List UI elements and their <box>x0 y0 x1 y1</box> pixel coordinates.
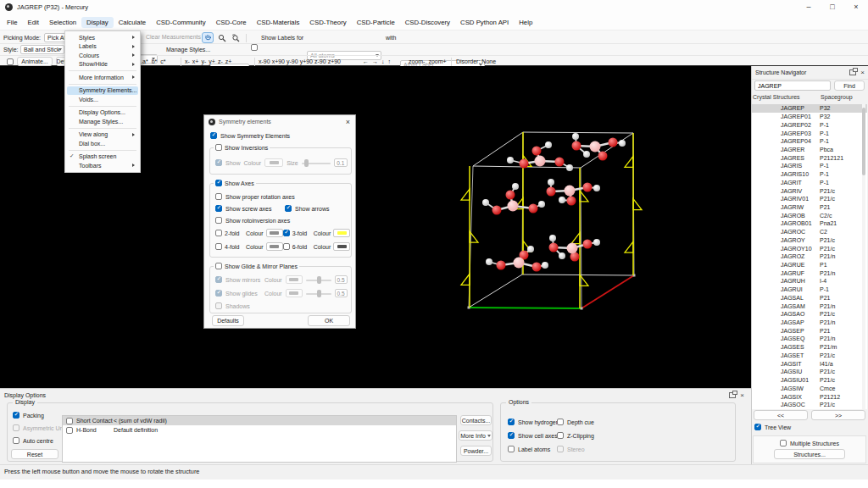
z-clipping-checkbox[interactable] <box>557 432 564 439</box>
animate-checkbox[interactable] <box>7 58 14 65</box>
translate-button-z[interactable]: z- <box>218 58 223 64</box>
menu-item-dial-box[interactable]: Dial box... <box>67 139 138 148</box>
structure-list[interactable]: JAGREPP32JAGREP01P32JAGREP02P-1JAGREP03P… <box>752 104 867 409</box>
structure-row-jagrep04[interactable]: JAGREP04P-1 <box>752 137 867 146</box>
short-contact-checkbox[interactable] <box>66 418 73 424</box>
maximize-button[interactable]: □ <box>821 0 844 14</box>
rotate-button-y-90[interactable]: y+90 <box>300 58 313 64</box>
structure-row-jagsep[interactable]: JAGSEPP21 <box>752 326 867 335</box>
close-button[interactable]: × <box>844 0 868 14</box>
axis-button-b[interactable]: b* <box>152 58 158 64</box>
rotate-button-x-90[interactable]: x+90 <box>272 58 285 64</box>
defaults-button[interactable]: Defaults <box>212 315 244 326</box>
menubar-item-csd-theory[interactable]: CSD-Theory <box>304 17 351 28</box>
structure-row-jagroc[interactable]: JAGROCC2 <box>752 228 867 236</box>
axis-button-c[interactable]: c* <box>160 58 165 64</box>
structure-row-jagrit[interactable]: JAGRITP-1 <box>752 178 867 186</box>
menubar-item-csd-community[interactable]: CSD-Community <box>151 17 210 28</box>
zoom-rotate-icon[interactable] <box>230 32 242 43</box>
rotoinversion-checkbox[interactable] <box>215 217 222 224</box>
manage-styles-button[interactable]: Manage Styles... <box>166 47 210 53</box>
float-panel-icon[interactable] <box>729 392 736 398</box>
contacts-button[interactable]: Contacts... <box>460 415 492 425</box>
menu-item-view-along[interactable]: View along <box>67 130 138 140</box>
6-fold-colour-swatch[interactable] <box>333 242 350 251</box>
structure-row-jagsiw[interactable]: JAGSIWCmce <box>752 384 867 392</box>
more-info-button[interactable]: More Info <box>459 430 492 441</box>
4-fold-checkbox[interactable] <box>215 243 222 250</box>
structure-row-jagruf[interactable]: JAGRUFP21/n <box>752 269 867 277</box>
structure-row-jagriv[interactable]: JAGRIVP21/c <box>752 186 867 195</box>
structure-row-jagrue[interactable]: JAGRUEP1 <box>752 261 867 269</box>
menubar-item-display[interactable]: Display <box>81 17 114 28</box>
rotate-button-y-90[interactable]: y-90 <box>287 58 298 64</box>
menubar-item-selection[interactable]: Selection <box>44 17 81 28</box>
zoom-select-icon[interactable] <box>216 32 228 43</box>
close-panel-icon[interactable]: × <box>740 391 744 399</box>
menu-item-symmetry-elements[interactable]: Symmetry Elements... <box>67 86 138 96</box>
menubar-item-csd-core[interactable]: CSD-Core <box>211 17 252 28</box>
pan-hand-icon[interactable] <box>202 32 214 43</box>
menubar-item-help[interactable]: Help <box>514 17 537 28</box>
structure-row-jagrep03[interactable]: JAGREP03P-1 <box>752 129 867 137</box>
structure-row-jagruh[interactable]: JAGRUHI-4 <box>752 277 867 286</box>
menubar-item-csd-particle[interactable]: CSD-Particle <box>352 17 400 28</box>
axis-button-a[interactable]: a* <box>142 58 148 64</box>
menu-item-show-hide[interactable]: Show/Hide <box>67 60 138 69</box>
translate-button-y[interactable]: y+ <box>209 58 215 64</box>
animate-button[interactable]: Animate... <box>17 57 53 66</box>
menubar-item-csd-discovery[interactable]: CSD-Discovery <box>400 17 455 28</box>
previous-page-button[interactable]: << <box>754 410 808 420</box>
menubar-item-file[interactable]: File <box>2 17 23 28</box>
menu-item-labels[interactable]: Labels <box>67 42 138 52</box>
structure-row-jagses[interactable]: JAGSESP21/m <box>752 343 867 352</box>
structure-row-jagsit[interactable]: JAGSITI41/a <box>752 359 867 368</box>
3-fold-colour-swatch[interactable] <box>333 229 350 237</box>
packing-checkbox[interactable] <box>13 412 19 419</box>
structure-row-jagrer[interactable]: JAGRERPbca <box>752 146 867 154</box>
arrow-button-[interactable]: → <box>372 58 378 64</box>
show-hydrogens-checkbox[interactable] <box>508 419 515 425</box>
structure-row-jagrep01[interactable]: JAGREP01P32 <box>752 113 867 121</box>
menu-item-manage-styles[interactable]: Manage Styles... <box>67 117 138 126</box>
rotate-button-z-90[interactable]: z-90 <box>314 58 326 64</box>
zoom-button-zoom[interactable]: zoom- <box>409 58 425 64</box>
menu-item-voids[interactable]: Voids... <box>67 95 138 104</box>
structure-search-input[interactable] <box>754 80 831 91</box>
structure-row-jagris10[interactable]: JAGRIS10P-1 <box>752 170 867 179</box>
h-bond-checkbox[interactable] <box>66 427 73 434</box>
float-panel-icon[interactable] <box>849 69 856 75</box>
structure-row-jagsam[interactable]: JAGSAMP21/n <box>752 302 867 310</box>
structure-row-jagroy[interactable]: JAGROYP21/c <box>752 236 867 245</box>
auto-centre-checkbox[interactable] <box>13 437 19 444</box>
structure-row-jagriv01[interactable]: JAGRIV01P21/c <box>752 195 867 203</box>
show-symmetry-checkbox[interactable] <box>210 132 217 139</box>
3-fold-checkbox[interactable] <box>283 230 290 236</box>
structure-row-jagroz[interactable]: JAGROZP21/n <box>752 252 867 261</box>
4-fold-colour-swatch[interactable] <box>266 242 283 251</box>
reset-button[interactable]: Reset <box>11 449 58 459</box>
structure-row-jagroy10[interactable]: JAGROY10P21/c <box>752 244 867 252</box>
clear-measurements-button[interactable]: Clear Measurements <box>146 34 201 40</box>
next-page-button[interactable]: >> <box>811 410 865 420</box>
find-button[interactable]: Find <box>834 80 865 91</box>
translate-button-y[interactable]: y- <box>201 58 206 64</box>
dialog-close-icon[interactable]: × <box>341 118 355 126</box>
close-panel-icon[interactable]: × <box>860 69 865 76</box>
structure-row-jagrui[interactable]: JAGRUIP-1 <box>752 286 867 294</box>
rotate-button-z-90[interactable]: z+90 <box>328 58 341 64</box>
structure-row-jagset[interactable]: JAGSETP21/c <box>752 352 867 360</box>
structure-row-jagrep[interactable]: JAGREPP32 <box>752 104 867 113</box>
translate-button-x[interactable]: x+ <box>192 58 199 64</box>
6-fold-checkbox[interactable] <box>283 243 290 250</box>
depth-cue-checkbox[interactable] <box>557 419 564 425</box>
structure-row-jagris[interactable]: JAGRISP-1 <box>752 162 867 170</box>
proper-rotation-checkbox[interactable] <box>215 193 222 200</box>
rotate-button-x-90[interactable]: x-90 <box>259 58 270 64</box>
structure-list-scrollbar[interactable] <box>862 104 865 409</box>
show-cell-axes-checkbox[interactable] <box>508 432 515 439</box>
2-fold-checkbox[interactable] <box>215 230 222 236</box>
contact-row-short-contact[interactable]: Short Contact< (sum of vdW radii) <box>63 416 456 425</box>
multiple-structures-checkbox[interactable] <box>780 440 787 446</box>
arrow-button-[interactable]: ← <box>363 58 369 64</box>
